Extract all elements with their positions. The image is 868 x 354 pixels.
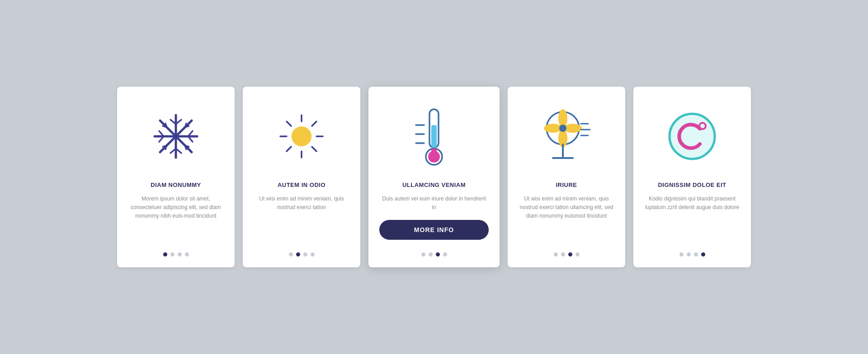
card-5-body: Kodio dignissim qui blandit praesent lup… [644, 195, 740, 244]
dot [554, 252, 558, 256]
dot [443, 252, 447, 256]
dot [163, 252, 167, 256]
snowflake-icon [151, 112, 201, 161]
dot [568, 252, 572, 256]
card-snowflake: DIAM NONUMMY Morem ipsum dolor sit amet,… [117, 87, 235, 267]
dot [576, 252, 580, 256]
card-3-dots [421, 252, 447, 256]
svg-point-29 [292, 126, 311, 146]
card-4-dots [554, 252, 580, 256]
dot [421, 252, 425, 256]
dot [296, 252, 300, 256]
card-2-title: AUTEM IN ODIO [278, 182, 326, 188]
celsius-icon [667, 112, 717, 161]
dot [561, 252, 565, 256]
dot [289, 252, 293, 256]
more-info-button[interactable]: MORE INFO [379, 220, 489, 240]
card-sun: AUTEM IN ODIO Ut wisi enim ad minim veni… [243, 87, 360, 267]
dot [170, 252, 175, 256]
card-2-body: Ut wisi enim ad minim veniam, quis nostr… [254, 195, 349, 244]
card-2-dots [289, 252, 315, 256]
card-5-dots [679, 252, 705, 256]
card-celsius: DIGNISSIM DOLOE EIT Kodio dignissim qui … [633, 87, 751, 267]
card-5-title: DIGNISSIM DOLOE EIT [658, 182, 726, 188]
dot [701, 252, 705, 256]
card-thermometer: ULLAMCING VENIAM Duis autem vel eum iriu… [368, 87, 500, 267]
fan-icon [539, 105, 594, 168]
dot [185, 252, 189, 256]
celsius-icon-area [644, 100, 740, 172]
dot [178, 252, 182, 256]
svg-line-26 [312, 147, 316, 151]
thermometer-icon-area [379, 100, 489, 172]
svg-line-25 [287, 121, 291, 126]
snowflake-icon-area [128, 100, 224, 172]
fan-icon-area [519, 100, 614, 172]
svg-point-43 [559, 125, 566, 132]
svg-line-27 [312, 121, 316, 126]
svg-rect-37 [431, 149, 437, 157]
dot [436, 252, 440, 256]
card-1-dots [163, 252, 189, 256]
dot [679, 252, 684, 256]
card-3-body: Duis autem vel eum iriure dolor in hendr… [379, 195, 489, 212]
svg-line-28 [287, 147, 291, 151]
dot [311, 252, 315, 256]
thermometer-icon [407, 100, 461, 172]
card-3-title: ULLAMCING VENIAM [402, 182, 466, 188]
card-fan: IRIURE Ut wisi enim ad minim veniam, qui… [508, 87, 625, 267]
sun-icon [277, 112, 326, 161]
sun-icon-area [254, 100, 349, 172]
dot [694, 252, 698, 256]
card-4-body: Ut wisi enim ad minim veniam, quis nostr… [519, 195, 614, 244]
dot [687, 252, 691, 256]
svg-rect-34 [431, 125, 437, 148]
dot [303, 252, 307, 256]
cards-container: DIAM NONUMMY Morem ipsum dolor sit amet,… [90, 69, 778, 285]
dot [429, 252, 433, 256]
svg-point-50 [670, 114, 715, 159]
card-1-body: Morem ipsum dolor sit amet, consectetuer… [128, 195, 224, 244]
card-4-title: IRIURE [556, 182, 577, 188]
card-1-title: DIAM NONUMMY [151, 182, 201, 188]
